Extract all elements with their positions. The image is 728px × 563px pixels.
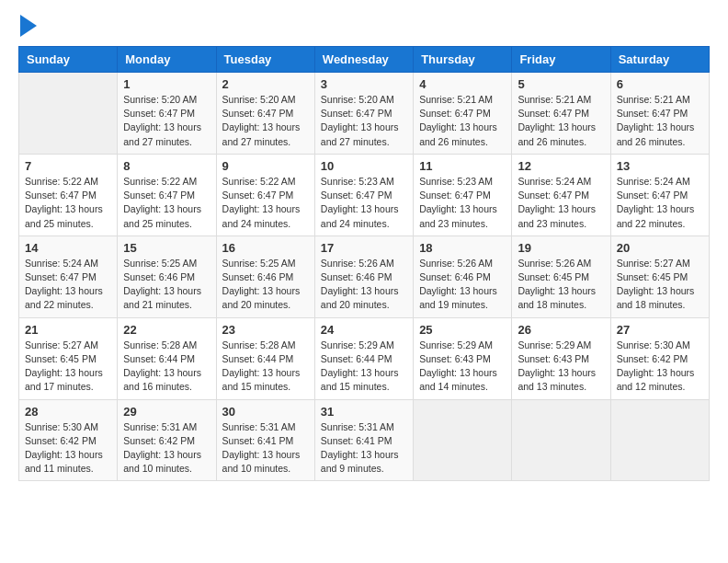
day-number: 5	[518, 77, 604, 91]
day-info: Sunrise: 5:22 AMSunset: 6:47 PMDaylight:…	[123, 175, 210, 231]
day-info: Sunrise: 5:28 AMSunset: 6:44 PMDaylight:…	[222, 339, 309, 395]
day-info: Sunrise: 5:31 AMSunset: 6:41 PMDaylight:…	[321, 420, 407, 477]
calendar-cell: 11 Sunrise: 5:23 AMSunset: 6:47 PMDaylig…	[414, 154, 512, 236]
calendar-week-row: 21 Sunrise: 5:27 AMSunset: 6:45 PMDaylig…	[19, 317, 710, 399]
day-info: Sunrise: 5:23 AMSunset: 6:47 PMDaylight:…	[419, 175, 506, 231]
calendar-cell: 20 Sunrise: 5:27 AMSunset: 6:45 PMDaylig…	[610, 236, 709, 317]
page-header	[18, 18, 710, 37]
calendar-cell: 2 Sunrise: 5:20 AMSunset: 6:47 PMDayligh…	[216, 73, 314, 155]
day-number: 23	[222, 323, 309, 337]
calendar-cell: 22 Sunrise: 5:28 AMSunset: 6:44 PMDaylig…	[118, 317, 216, 399]
day-info: Sunrise: 5:29 AMSunset: 6:44 PMDaylight:…	[321, 339, 407, 395]
calendar-cell: 12 Sunrise: 5:24 AMSunset: 6:47 PMDaylig…	[512, 154, 610, 236]
calendar-week-row: 14 Sunrise: 5:24 AMSunset: 6:47 PMDaylig…	[19, 236, 710, 317]
day-info: Sunrise: 5:21 AMSunset: 6:47 PMDaylight:…	[518, 93, 604, 149]
col-header-monday: Monday	[118, 47, 216, 73]
calendar-cell: 13 Sunrise: 5:24 AMSunset: 6:47 PMDaylig…	[610, 154, 709, 236]
day-number: 1	[123, 77, 210, 91]
day-info: Sunrise: 5:21 AMSunset: 6:47 PMDaylight:…	[419, 93, 506, 149]
day-info: Sunrise: 5:20 AMSunset: 6:47 PMDaylight:…	[321, 93, 407, 149]
day-info: Sunrise: 5:27 AMSunset: 6:45 PMDaylight:…	[25, 339, 111, 395]
day-number: 20	[617, 241, 703, 255]
col-header-thursday: Thursday	[414, 47, 512, 73]
col-header-friday: Friday	[512, 47, 610, 73]
day-info: Sunrise: 5:20 AMSunset: 6:47 PMDaylight:…	[222, 93, 309, 149]
logo-arrow-icon	[20, 15, 37, 37]
day-info: Sunrise: 5:29 AMSunset: 6:43 PMDaylight:…	[518, 339, 604, 395]
day-number: 13	[617, 159, 703, 173]
calendar-cell: 17 Sunrise: 5:26 AMSunset: 6:46 PMDaylig…	[314, 236, 413, 317]
calendar-cell: 18 Sunrise: 5:26 AMSunset: 6:46 PMDaylig…	[414, 236, 512, 317]
day-info: Sunrise: 5:31 AMSunset: 6:41 PMDaylight:…	[222, 420, 309, 477]
day-number: 11	[419, 159, 506, 173]
day-number: 19	[518, 241, 604, 255]
calendar-cell: 31 Sunrise: 5:31 AMSunset: 6:41 PMDaylig…	[314, 399, 413, 481]
calendar-cell: 28 Sunrise: 5:30 AMSunset: 6:42 PMDaylig…	[19, 399, 118, 481]
day-number: 18	[419, 241, 506, 255]
day-number: 30	[222, 405, 309, 419]
day-info: Sunrise: 5:22 AMSunset: 6:47 PMDaylight:…	[222, 175, 309, 231]
col-header-sunday: Sunday	[19, 47, 118, 73]
day-info: Sunrise: 5:27 AMSunset: 6:45 PMDaylight:…	[617, 257, 703, 313]
calendar-cell: 6 Sunrise: 5:21 AMSunset: 6:47 PMDayligh…	[610, 73, 709, 155]
day-number: 16	[222, 241, 309, 255]
day-number: 31	[321, 405, 407, 419]
day-info: Sunrise: 5:30 AMSunset: 6:42 PMDaylight:…	[617, 339, 703, 395]
day-number: 27	[617, 323, 703, 337]
calendar-table: SundayMondayTuesdayWednesdayThursdayFrid…	[18, 46, 710, 481]
day-info: Sunrise: 5:20 AMSunset: 6:47 PMDaylight:…	[123, 93, 210, 149]
day-number: 17	[321, 241, 407, 255]
day-number: 14	[25, 241, 111, 255]
day-number: 21	[25, 323, 111, 337]
day-number: 4	[419, 77, 506, 91]
calendar-cell: 14 Sunrise: 5:24 AMSunset: 6:47 PMDaylig…	[19, 236, 118, 317]
col-header-saturday: Saturday	[610, 47, 709, 73]
calendar-cell: 19 Sunrise: 5:26 AMSunset: 6:45 PMDaylig…	[512, 236, 610, 317]
day-number: 29	[123, 405, 210, 419]
day-number: 28	[25, 405, 111, 419]
day-info: Sunrise: 5:24 AMSunset: 6:47 PMDaylight:…	[617, 175, 703, 231]
calendar-cell: 24 Sunrise: 5:29 AMSunset: 6:44 PMDaylig…	[314, 317, 413, 399]
calendar-header-row: SundayMondayTuesdayWednesdayThursdayFrid…	[19, 47, 710, 73]
calendar-cell: 27 Sunrise: 5:30 AMSunset: 6:42 PMDaylig…	[610, 317, 709, 399]
day-info: Sunrise: 5:29 AMSunset: 6:43 PMDaylight:…	[419, 339, 506, 395]
day-number: 2	[222, 77, 309, 91]
day-info: Sunrise: 5:26 AMSunset: 6:46 PMDaylight:…	[321, 257, 407, 313]
calendar-cell: 30 Sunrise: 5:31 AMSunset: 6:41 PMDaylig…	[216, 399, 314, 481]
calendar-week-row: 7 Sunrise: 5:22 AMSunset: 6:47 PMDayligh…	[19, 154, 710, 236]
day-number: 26	[518, 323, 604, 337]
calendar-cell: 9 Sunrise: 5:22 AMSunset: 6:47 PMDayligh…	[216, 154, 314, 236]
logo	[18, 18, 37, 37]
day-info: Sunrise: 5:23 AMSunset: 6:47 PMDaylight:…	[321, 175, 407, 231]
day-info: Sunrise: 5:22 AMSunset: 6:47 PMDaylight:…	[25, 175, 111, 231]
day-number: 15	[123, 241, 210, 255]
day-number: 8	[123, 159, 210, 173]
calendar-cell: 29 Sunrise: 5:31 AMSunset: 6:42 PMDaylig…	[118, 399, 216, 481]
calendar-cell: 5 Sunrise: 5:21 AMSunset: 6:47 PMDayligh…	[512, 73, 610, 155]
calendar-cell: 21 Sunrise: 5:27 AMSunset: 6:45 PMDaylig…	[19, 317, 118, 399]
calendar-cell: 25 Sunrise: 5:29 AMSunset: 6:43 PMDaylig…	[414, 317, 512, 399]
calendar-cell: 26 Sunrise: 5:29 AMSunset: 6:43 PMDaylig…	[512, 317, 610, 399]
day-info: Sunrise: 5:24 AMSunset: 6:47 PMDaylight:…	[518, 175, 604, 231]
day-number: 7	[25, 159, 111, 173]
day-number: 12	[518, 159, 604, 173]
calendar-cell: 15 Sunrise: 5:25 AMSunset: 6:46 PMDaylig…	[118, 236, 216, 317]
calendar-cell	[610, 399, 709, 481]
day-info: Sunrise: 5:21 AMSunset: 6:47 PMDaylight:…	[617, 93, 703, 149]
calendar-cell: 7 Sunrise: 5:22 AMSunset: 6:47 PMDayligh…	[19, 154, 118, 236]
day-info: Sunrise: 5:30 AMSunset: 6:42 PMDaylight:…	[25, 420, 111, 477]
calendar-cell: 10 Sunrise: 5:23 AMSunset: 6:47 PMDaylig…	[314, 154, 413, 236]
calendar-cell	[414, 399, 512, 481]
day-info: Sunrise: 5:24 AMSunset: 6:47 PMDaylight:…	[25, 257, 111, 313]
calendar-cell: 4 Sunrise: 5:21 AMSunset: 6:47 PMDayligh…	[414, 73, 512, 155]
calendar-cell: 8 Sunrise: 5:22 AMSunset: 6:47 PMDayligh…	[118, 154, 216, 236]
col-header-wednesday: Wednesday	[314, 47, 413, 73]
day-number: 25	[419, 323, 506, 337]
day-number: 22	[123, 323, 210, 337]
day-info: Sunrise: 5:25 AMSunset: 6:46 PMDaylight:…	[123, 257, 210, 313]
col-header-tuesday: Tuesday	[216, 47, 314, 73]
calendar-week-row: 1 Sunrise: 5:20 AMSunset: 6:47 PMDayligh…	[19, 73, 710, 155]
calendar-cell: 3 Sunrise: 5:20 AMSunset: 6:47 PMDayligh…	[314, 73, 413, 155]
day-info: Sunrise: 5:25 AMSunset: 6:46 PMDaylight:…	[222, 257, 309, 313]
day-number: 24	[321, 323, 407, 337]
